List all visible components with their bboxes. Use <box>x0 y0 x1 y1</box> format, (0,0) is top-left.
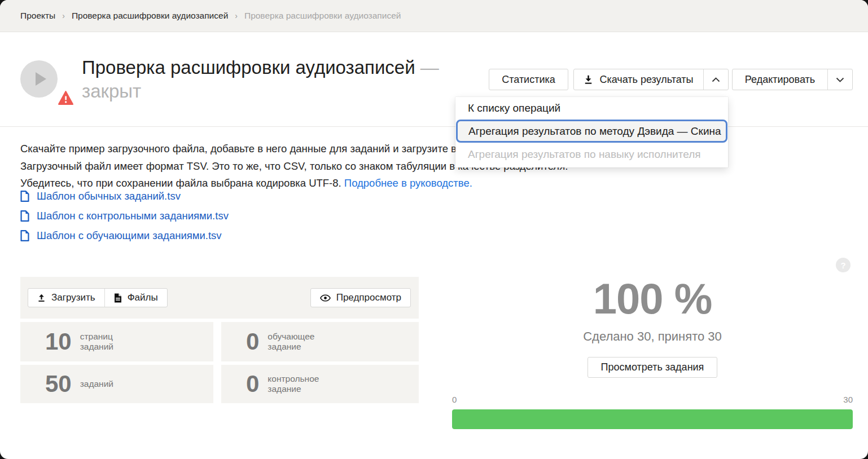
files-button[interactable]: Файлы <box>104 289 167 307</box>
progress-bar <box>452 409 853 429</box>
app-window: Проекты › Проверка расшифровки аудиозапи… <box>0 0 868 459</box>
menu-item-skill-aggregation: Агрегация результатов по навыку исполнит… <box>455 143 728 166</box>
completion-summary: Сделано 30, принято 30 <box>452 329 853 344</box>
edit-split-button: Редактировать <box>732 69 853 90</box>
eye-icon <box>320 294 331 302</box>
page-title: Проверка расшифровки аудиозаписей — <box>82 57 439 78</box>
breadcrumb-item-projects[interactable]: Проекты <box>20 11 55 21</box>
menu-item-operations-list[interactable]: К списку операций <box>455 97 728 119</box>
download-menu-toggle[interactable] <box>703 69 728 90</box>
template-link-label: Шаблон обычных заданий.tsv <box>37 190 181 202</box>
template-link-label: Шаблон с контрольными заданиями.tsv <box>37 210 229 222</box>
play-pool-button[interactable] <box>20 60 58 98</box>
template-link-label: Шаблон с обучающими заданиями.tsv <box>37 230 222 242</box>
stat-control-tasks: 0 контрольноезадание <box>221 365 419 403</box>
stat-tasks: 50 заданий <box>20 365 213 403</box>
description-line-3: Убедитесь, что при сохранении файла выбр… <box>20 175 568 192</box>
template-link-regular[interactable]: Шаблон обычных заданий.tsv <box>20 190 181 202</box>
template-link-control[interactable]: Шаблон с контрольными заданиями.tsv <box>20 210 229 222</box>
progress-scale-max: 30 <box>843 395 853 404</box>
preview-button[interactable]: Предпросмотр <box>310 288 411 307</box>
file-icon <box>20 210 29 222</box>
stat-label: обучающеезадание <box>268 332 314 352</box>
file-list-icon <box>114 293 122 303</box>
file-icon <box>20 191 29 202</box>
stat-value: 50 <box>45 370 72 398</box>
header-divider <box>0 126 868 127</box>
upload-icon <box>37 294 46 302</box>
warning-icon <box>58 91 73 105</box>
progress-bar-fill <box>452 409 853 429</box>
stat-value: 0 <box>246 328 259 355</box>
download-results-menu: К списку операций Агрегация результатов … <box>455 97 728 167</box>
download-results-button[interactable]: Скачать результаты <box>574 69 703 90</box>
edit-menu-toggle[interactable] <box>827 69 852 90</box>
breadcrumb-separator-icon: › <box>62 11 65 20</box>
stat-task-pages: 10 страницзаданий <box>20 322 213 361</box>
stat-label: страницзаданий <box>80 332 113 352</box>
progress-scale-min: 0 <box>452 395 457 404</box>
breadcrumb: Проекты › Проверка расшифровки аудиозапи… <box>0 0 868 32</box>
preview-label: Предпросмотр <box>336 292 401 303</box>
upload-label: Загрузить <box>51 292 95 303</box>
files-label: Файлы <box>128 292 158 303</box>
stat-training-tasks: 0 обучающеезадание <box>221 322 419 361</box>
template-link-training[interactable]: Шаблон с обучающими заданиями.tsv <box>20 230 222 242</box>
file-icon <box>20 230 29 241</box>
completion-percent: 100 % <box>452 274 853 323</box>
stat-value: 10 <box>45 328 72 355</box>
breadcrumb-separator-icon: › <box>235 11 238 20</box>
download-results-label: Скачать результаты <box>599 74 693 86</box>
breadcrumb-item-project[interactable]: Проверка расшифровки аудиозаписей <box>72 11 228 21</box>
stat-label: заданий <box>80 379 113 389</box>
download-results-split-button: Скачать результаты <box>573 69 729 90</box>
guide-link[interactable]: Подробнее в руководстве. <box>344 177 472 189</box>
view-tasks-button[interactable]: Просмотреть задания <box>588 357 717 378</box>
upload-button[interactable]: Загрузить <box>28 289 104 307</box>
breadcrumb-item-pool: Проверка расшифровки аудиозаписей <box>244 11 401 21</box>
stat-value: 0 <box>246 370 259 398</box>
edit-button[interactable]: Редактировать <box>733 69 827 90</box>
statistics-button[interactable]: Статистика <box>489 69 568 90</box>
chevron-down-icon <box>836 77 844 82</box>
title-dash: — <box>415 57 439 78</box>
edit-label: Редактировать <box>745 74 815 86</box>
download-icon <box>584 75 593 85</box>
upload-files-group: Загрузить Файлы <box>28 288 168 307</box>
pool-toolbar: Загрузить Файлы <box>20 277 419 319</box>
chevron-up-icon <box>712 77 720 82</box>
menu-item-dawid-skene-aggregation[interactable]: Агрегация результатов по методу Дэвида —… <box>456 120 727 143</box>
stat-label: контрольноезадание <box>268 374 319 394</box>
play-icon <box>36 72 46 86</box>
pool-status-label: закрыт <box>82 81 141 102</box>
progress-scale: 0 30 <box>452 395 853 404</box>
help-icon[interactable]: ? <box>836 258 851 272</box>
